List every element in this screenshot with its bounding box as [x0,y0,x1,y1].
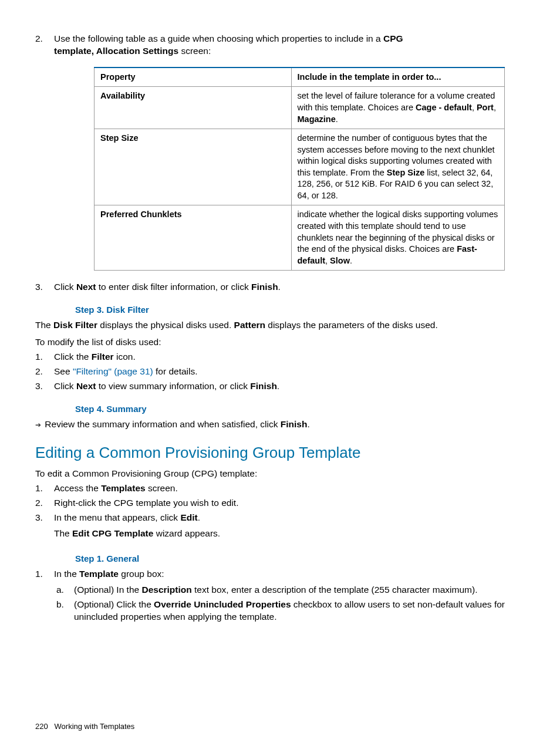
list-item: 1. Access the Templates screen. [35,482,506,495]
sublist-item: b. (Optional) Click the Override Uninclu… [56,599,506,623]
editing-cpg-template-heading: Editing a Common Provisioning Group Temp… [35,443,506,463]
description-cell: determine the number of contiguous bytes… [291,129,504,205]
property-cell: Availability [95,87,292,129]
header-property: Property [95,67,292,87]
step3-mod-list: 1. Click the Filter icon. 2. See "Filter… [35,351,506,393]
step1-list: 1. In the Template group box: a. (Option… [35,568,506,626]
step3-item-text: Click Next to enter disk filter informat… [54,281,281,293]
table-row: Availability set the level of failure to… [95,87,505,129]
sublist-letter: b. [56,599,74,623]
step2-item: 2. Use the following table as a guide wh… [35,33,506,58]
description-cell: set the level of failure tolerance for a… [291,87,504,129]
step2-text: Use the following table as a guide when … [54,33,403,58]
list-number: 2. [35,497,54,509]
property-cell: Preferred Chunklets [95,205,292,271]
step3-heading: Step 3. Disk Filter [75,304,506,316]
table-row: Step Size determine the number of contig… [95,129,505,205]
sublist-letter: a. [56,584,74,596]
list-number: 3. [35,512,54,540]
list-item: 1. Click the Filter icon. [35,351,506,363]
footer-title: Working with Templates [55,722,135,731]
list-number: 3. [35,380,54,393]
step4-heading: Step 4. Summary [75,403,506,415]
step1-heading: Step 1. General [75,553,506,565]
step4-bullet: Review the summary information and when … [35,418,506,431]
table-header-row: Property Include in the template in orde… [95,67,505,87]
page-footer: 220 Working with Templates [35,721,134,732]
filtering-link[interactable]: "Filtering" (page 31) [73,366,153,376]
list-item: 2. See "Filtering" (page 31) for details… [35,366,506,378]
list-number: 1. [35,482,54,495]
edit-list: 1. Access the Templates screen. 2. Right… [35,482,506,540]
list-item: 3. Click Next to enter disk filter infor… [35,281,506,293]
page-content: 2. Use the following table as a guide wh… [0,0,560,626]
table-row: Preferred Chunklets indicate whether the… [95,205,505,271]
step3-paragraph-1: The Disk Filter displays the physical di… [35,319,506,332]
sublist-item: a. (Optional) In the Description text bo… [56,584,506,596]
list-item: 2. Right-click the CPG template you wish… [35,497,506,509]
properties-table: Property Include in the template in orde… [94,67,505,271]
property-cell: Step Size [95,129,292,205]
list-number: 1. [35,351,54,363]
page-number: 220 [35,722,48,731]
list-item: 1. In the Template group box: a. (Option… [35,568,506,626]
edit-intro: To edit a Common Provisioning Group (CPG… [35,468,506,480]
step2-list: 2. Use the following table as a guide wh… [35,33,506,58]
list-number: 3. [35,281,54,293]
list-number: 1. [35,568,54,626]
step3-paragraph-2: To modify the list of disks used: [35,336,506,349]
step1-sublist: a. (Optional) In the Description text bo… [56,584,506,623]
list-item: 3. In the menu that appears, click Edit.… [35,512,506,540]
step3-continue-list: 3. Click Next to enter disk filter infor… [35,281,506,293]
header-include: Include in the template in order to... [291,67,504,87]
description-cell: indicate whether the logical disks suppo… [291,205,504,271]
list-number: 2. [35,33,54,58]
list-item: 3. Click Next to view summary informatio… [35,380,506,393]
list-number: 2. [35,366,54,378]
